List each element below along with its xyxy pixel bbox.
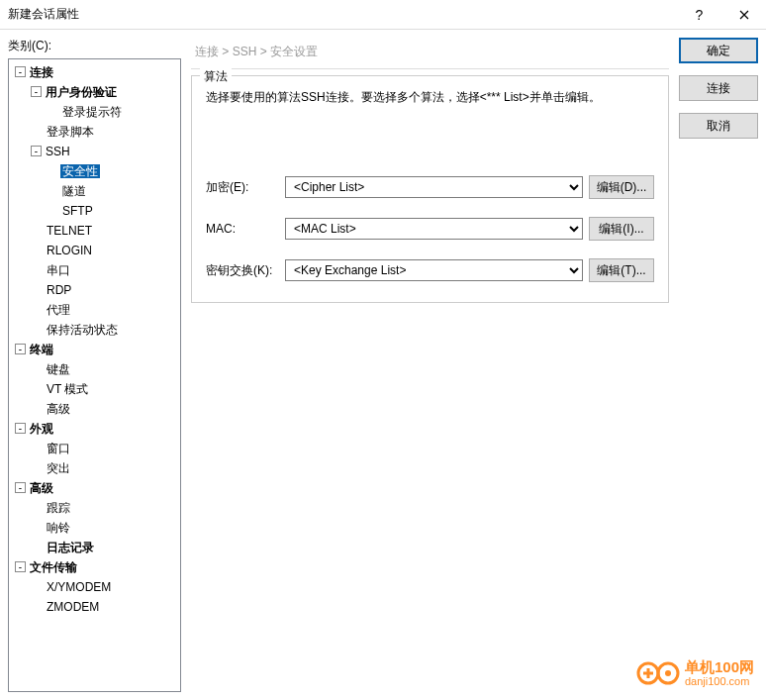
tree-advanced[interactable]: -高级 bbox=[11, 477, 178, 497]
tree-trace[interactable]: 跟踪 bbox=[11, 497, 178, 517]
tree-label: 跟踪 bbox=[45, 501, 72, 515]
tree-label: ZMODEM bbox=[45, 600, 101, 614]
tree-vtmode[interactable]: VT 模式 bbox=[11, 378, 178, 398]
tree-login-script[interactable]: 登录脚本 bbox=[11, 121, 178, 141]
tree-rdp[interactable]: RDP bbox=[11, 279, 178, 299]
tree-label: 高级 bbox=[45, 402, 72, 416]
watermark-title: 单机100网 bbox=[685, 659, 754, 676]
collapse-icon[interactable]: - bbox=[31, 146, 42, 156]
category-tree[interactable]: -连接-用户身份验证登录提示符登录脚本-SSH安全性隧道SFTPTELNETRL… bbox=[8, 58, 181, 692]
tree-window[interactable]: 窗口 bbox=[11, 438, 178, 457]
tree-telnet[interactable]: TELNET bbox=[11, 220, 178, 240]
svg-point-4 bbox=[665, 670, 671, 676]
tree-serial[interactable]: 串口 bbox=[11, 259, 178, 279]
tree-terminal[interactable]: -终端 bbox=[11, 339, 178, 358]
tree-label: SFTP bbox=[60, 204, 95, 218]
tree-label: 隧道 bbox=[60, 184, 88, 198]
collapse-icon[interactable]: - bbox=[15, 344, 26, 354]
help-button[interactable]: ? bbox=[677, 0, 721, 29]
connect-button[interactable]: 连接 bbox=[679, 75, 758, 101]
tree-label: 连接 bbox=[28, 65, 55, 79]
tree-label: RDP bbox=[45, 283, 73, 297]
tree-appearance[interactable]: -外观 bbox=[11, 418, 178, 438]
tree-tunnel[interactable]: 隧道 bbox=[11, 180, 178, 200]
tree-label: 代理 bbox=[45, 303, 72, 317]
ok-button[interactable]: 确定 bbox=[679, 38, 758, 63]
tree-sftp[interactable]: SFTP bbox=[11, 200, 178, 220]
collapse-icon[interactable]: - bbox=[31, 86, 42, 97]
encrypt-select[interactable]: <Cipher List> bbox=[285, 176, 583, 198]
groupbox-title: 算法 bbox=[200, 68, 232, 85]
tree-bell[interactable]: 响铃 bbox=[11, 517, 178, 537]
tree-term-adv[interactable]: 高级 bbox=[11, 398, 178, 418]
tree-label: TELNET bbox=[45, 224, 94, 238]
tree-label: 键盘 bbox=[45, 362, 72, 376]
kex-label: 密钥交换(K): bbox=[206, 262, 285, 279]
tree-connection[interactable]: -连接 bbox=[11, 61, 178, 81]
tree-label: 外观 bbox=[28, 422, 55, 436]
close-icon bbox=[739, 10, 749, 20]
tree-label: 窗口 bbox=[45, 442, 72, 455]
algorithm-group: 算法 选择要使用的算法SSH连接。要选择多个算法，选择<*** List>并单击… bbox=[191, 75, 669, 303]
titlebar: 新建会话属性 ? bbox=[0, 0, 766, 30]
collapse-icon[interactable]: - bbox=[15, 561, 26, 572]
tree-zmodem[interactable]: ZMODEM bbox=[11, 596, 178, 616]
watermark-url: danji100.com bbox=[685, 675, 754, 687]
kex-edit-button[interactable]: 编辑(T)... bbox=[589, 258, 654, 282]
tree-label: 响铃 bbox=[45, 521, 72, 535]
tree-filetransfer[interactable]: -文件传输 bbox=[11, 556, 178, 576]
close-button[interactable] bbox=[721, 0, 766, 29]
mac-select[interactable]: <MAC List> bbox=[285, 218, 583, 240]
collapse-icon[interactable]: - bbox=[15, 423, 26, 434]
tree-auth[interactable]: -用户身份验证 bbox=[11, 81, 178, 101]
tree-label: 登录提示符 bbox=[60, 105, 124, 119]
tree-label: SSH bbox=[44, 145, 72, 158]
kex-select[interactable]: <Key Exchange List> bbox=[285, 259, 583, 281]
tree-label: 保持活动状态 bbox=[45, 323, 120, 337]
tree-security[interactable]: 安全性 bbox=[11, 160, 178, 180]
encrypt-edit-button[interactable]: 编辑(D)... bbox=[589, 175, 654, 199]
mac-edit-button[interactable]: 编辑(I)... bbox=[589, 217, 654, 241]
watermark-icon bbox=[635, 658, 681, 688]
tree-ssh[interactable]: -SSH bbox=[11, 141, 178, 160]
tree-highlight[interactable]: 突出 bbox=[11, 457, 178, 477]
collapse-icon[interactable]: - bbox=[15, 66, 26, 77]
tree-label: 终端 bbox=[28, 343, 55, 356]
tree-keyboard[interactable]: 键盘 bbox=[11, 358, 178, 378]
tree-label: 串口 bbox=[45, 263, 72, 277]
breadcrumb: 连接 > SSH > 安全设置 bbox=[191, 38, 669, 69]
tree-label: RLOGIN bbox=[45, 244, 94, 257]
tree-xymodem[interactable]: X/YMODEM bbox=[11, 576, 178, 596]
category-label: 类别(C): bbox=[8, 38, 181, 54]
tree-proxy[interactable]: 代理 bbox=[11, 299, 178, 319]
tree-label: 用户身份验证 bbox=[44, 85, 119, 99]
tree-label: 日志记录 bbox=[45, 541, 96, 554]
tree-label: VT 模式 bbox=[45, 382, 90, 396]
tree-label: 文件传输 bbox=[28, 560, 79, 574]
tree-login-prompt[interactable]: 登录提示符 bbox=[11, 101, 178, 121]
tree-label: 高级 bbox=[28, 481, 55, 495]
tree-label: 登录脚本 bbox=[45, 125, 96, 139]
instruction-text: 选择要使用的算法SSH连接。要选择多个算法，选择<*** List>并单击编辑。 bbox=[206, 88, 654, 106]
collapse-icon[interactable]: - bbox=[15, 482, 26, 493]
tree-label: 安全性 bbox=[60, 164, 100, 178]
window-title: 新建会话属性 bbox=[8, 6, 677, 23]
watermark: 单机100网 danji100.com bbox=[635, 658, 754, 688]
tree-label: X/YMODEM bbox=[45, 580, 113, 594]
cancel-button[interactable]: 取消 bbox=[679, 113, 758, 139]
tree-label: 突出 bbox=[45, 461, 72, 475]
tree-keepalive[interactable]: 保持活动状态 bbox=[11, 319, 178, 339]
tree-logging[interactable]: 日志记录 bbox=[11, 537, 178, 556]
encrypt-label: 加密(E): bbox=[206, 179, 285, 196]
mac-label: MAC: bbox=[206, 222, 285, 236]
tree-rlogin[interactable]: RLOGIN bbox=[11, 240, 178, 259]
